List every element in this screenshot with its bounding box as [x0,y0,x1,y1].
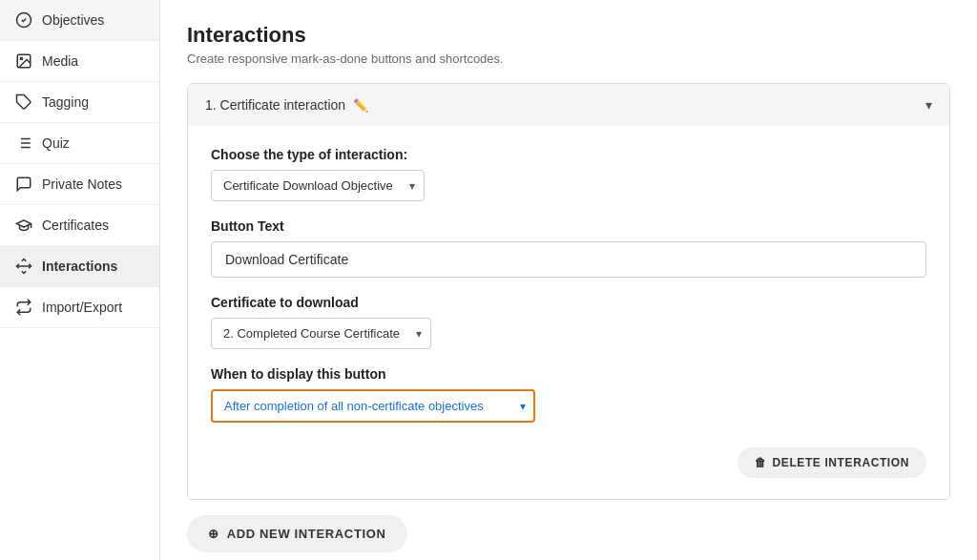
certificate-field: Certificate to download 2. Completed Cou… [211,295,926,349]
button-text-label: Button Text [211,218,926,234]
interaction-type-select-wrapper: Certificate Download Objective [211,170,425,201]
sidebar-item-tagging-label: Tagging [42,94,89,110]
chat-icon [15,176,32,193]
graduation-icon [15,217,32,234]
sidebar: Objectives Media Tagging Quiz [0,0,160,560]
card-actions: 🗑 DELETE INTERACTION [211,440,926,478]
add-new-interaction-button[interactable]: ⊕ ADD NEW INTERACTION [187,515,407,552]
card-header-title: 1. Certificate interaction ✏️ [205,97,368,113]
tag-icon [15,93,32,111]
chevron-down-icon: ▾ [925,97,932,113]
sidebar-item-tagging[interactable]: Tagging [0,82,159,123]
page-title: Interactions [187,23,950,48]
card-title-text: 1. Certificate interaction [205,97,345,113]
display-when-select-wrapper: After completion of all non-certificate … [211,389,535,423]
image-icon [15,52,32,70]
sidebar-item-quiz[interactable]: Quiz [0,123,159,164]
button-text-input[interactable] [211,241,926,278]
interaction-type-label: Choose the type of interaction: [211,147,926,162]
delete-interaction-button[interactable]: 🗑 DELETE INTERACTION [738,447,926,478]
sidebar-item-media-label: Media [42,53,78,69]
certificate-select[interactable]: 2. Completed Course Certificate [211,318,431,349]
button-text-field: Button Text [211,218,926,278]
sidebar-item-private-notes-label: Private Notes [42,176,122,192]
display-when-label: When to display this button [211,366,926,382]
card-header[interactable]: 1. Certificate interaction ✏️ ▾ [188,84,949,126]
interaction-type-select[interactable]: Certificate Download Objective [211,170,425,201]
page-subtitle: Create responsive mark-as-done buttons a… [187,52,950,66]
sidebar-item-media[interactable]: Media [0,41,159,82]
check-circle-icon [15,11,32,29]
certificate-select-wrapper: 2. Completed Course Certificate [211,318,431,349]
sidebar-item-objectives-label: Objectives [42,12,104,28]
export-icon [15,299,32,316]
svg-point-2 [20,57,22,59]
sidebar-item-quiz-label: Quiz [42,135,70,151]
main-content: Interactions Create responsive mark-as-d… [160,0,977,560]
interaction-card: 1. Certificate interaction ✏️ ▾ Choose t… [187,83,950,500]
display-when-select[interactable]: After completion of all non-certificate … [211,389,535,423]
sidebar-item-private-notes[interactable]: Private Notes [0,164,159,205]
edit-icon: ✏️ [353,98,368,113]
list-icon [15,135,32,152]
delete-button-label: DELETE INTERACTION [773,456,909,469]
display-when-field: When to display this button After comple… [211,366,926,423]
sidebar-item-interactions[interactable]: Interactions [0,246,159,287]
add-button-label: ADD NEW INTERACTION [227,527,386,541]
sidebar-item-interactions-label: Interactions [42,259,117,274]
interaction-type-field: Choose the type of interaction: Certific… [211,147,926,201]
card-body: Choose the type of interaction: Certific… [188,126,949,499]
interactions-icon [15,258,32,275]
certificate-label: Certificate to download [211,295,926,310]
trash-icon: 🗑 [755,456,767,469]
sidebar-item-certificates-label: Certificates [42,218,109,233]
sidebar-item-certificates[interactable]: Certificates [0,205,159,246]
sidebar-item-objectives[interactable]: Objectives [0,0,159,41]
sidebar-item-import-export-label: Import/Export [42,300,122,315]
sidebar-item-import-export[interactable]: Import/Export [0,287,159,328]
plus-circle-icon: ⊕ [208,527,219,541]
